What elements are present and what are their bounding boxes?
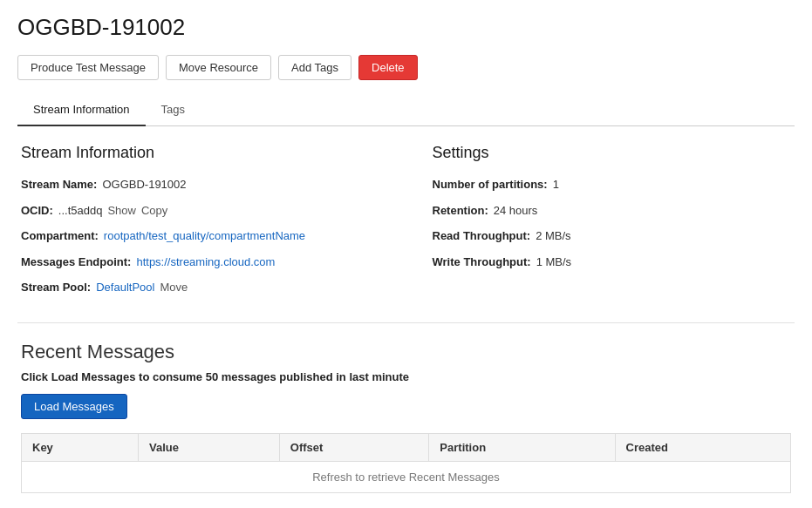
stream-name-row: Stream Name: OGGBD-191002 [21, 176, 380, 193]
partitions-label: Number of partitions: [433, 176, 548, 193]
page-title: OGGBD-191002 [17, 14, 795, 41]
compartment-row: Compartment: rootpath/test_quality/compa… [21, 227, 380, 245]
stream-info-col: Stream Information Stream Name: OGGBD-19… [21, 144, 415, 305]
partitions-value: 1 [553, 176, 559, 193]
col-created: Created [615, 433, 790, 461]
tab-tags[interactable]: Tags [146, 94, 201, 126]
empty-message: Refresh to retrieve Recent Messages [22, 461, 791, 492]
delete-button[interactable]: Delete [358, 55, 418, 80]
messages-endpoint-label: Messages Endpoint: [21, 254, 131, 271]
stream-info-section: Stream Information Stream Name: OGGBD-19… [17, 126, 795, 323]
recent-messages-hint: Click Load Messages to consume 50 messag… [21, 370, 791, 383]
retention-label: Retention: [433, 202, 488, 220]
write-throughput-value: 1 MB/s [536, 254, 571, 271]
move-resource-button[interactable]: Move Resource [166, 55, 271, 80]
stream-pool-row: Stream Pool: DefaultPool Move [21, 279, 380, 296]
recent-messages-title: Recent Messages [21, 341, 791, 363]
stream-name-label: Stream Name: [21, 176, 97, 193]
toolbar: Produce Test Message Move Resource Add T… [17, 55, 795, 80]
partitions-row: Number of partitions: 1 [433, 176, 792, 193]
stream-pool-label: Stream Pool: [21, 279, 91, 296]
stream-pool-move-link[interactable]: Move [160, 279, 188, 296]
compartment-label: Compartment: [21, 227, 99, 245]
retention-value: 24 hours [494, 202, 538, 220]
stream-name-value: OGGBD-191002 [102, 176, 186, 193]
add-tags-button[interactable]: Add Tags [278, 55, 351, 80]
messages-endpoint-value[interactable]: https://streaming.cloud.com [136, 254, 275, 271]
read-throughput-value: 2 MB/s [536, 227, 570, 245]
read-throughput-label: Read Throughput: [433, 227, 531, 245]
stream-info-title: Stream Information [21, 144, 380, 162]
settings-col: Settings Number of partitions: 1 Retenti… [415, 144, 792, 305]
write-throughput-row: Write Throughput: 1 MB/s [433, 254, 792, 271]
ocid-value: ...t5addq [58, 202, 103, 220]
show-ocid-link[interactable]: Show [107, 202, 136, 220]
load-messages-button[interactable]: Load Messages [21, 394, 127, 419]
table-empty-row: Refresh to retrieve Recent Messages [22, 461, 791, 492]
copy-ocid-link[interactable]: Copy [141, 202, 167, 220]
settings-title: Settings [433, 144, 792, 162]
table-header: Key Value Offset Partition Created [22, 433, 791, 461]
messages-endpoint-row: Messages Endpoint: https://streaming.clo… [21, 254, 380, 271]
tab-stream-information[interactable]: Stream Information [17, 94, 146, 126]
tabs: Stream Information Tags [17, 94, 795, 126]
write-throughput-label: Write Throughput: [433, 254, 531, 271]
produce-test-message-button[interactable]: Produce Test Message [17, 55, 159, 80]
read-throughput-row: Read Throughput: 2 MB/s [433, 227, 792, 245]
col-value: Value [139, 433, 280, 461]
ocid-label: OCID: [21, 202, 53, 220]
compartment-value[interactable]: rootpath/test_quality/compartmentName [104, 227, 305, 245]
load-btn-row: Load Messages [21, 394, 791, 419]
table-body: Refresh to retrieve Recent Messages [22, 461, 791, 492]
col-partition: Partition [429, 433, 615, 461]
col-key: Key [22, 433, 139, 461]
recent-messages-section: Recent Messages Click Load Messages to c… [17, 323, 795, 493]
messages-table: Key Value Offset Partition Created Refre… [21, 433, 791, 493]
retention-row: Retention: 24 hours [433, 202, 792, 220]
stream-pool-value[interactable]: DefaultPool [96, 279, 154, 296]
col-offset: Offset [279, 433, 429, 461]
ocid-row: OCID: ...t5addq Show Copy [21, 202, 380, 220]
